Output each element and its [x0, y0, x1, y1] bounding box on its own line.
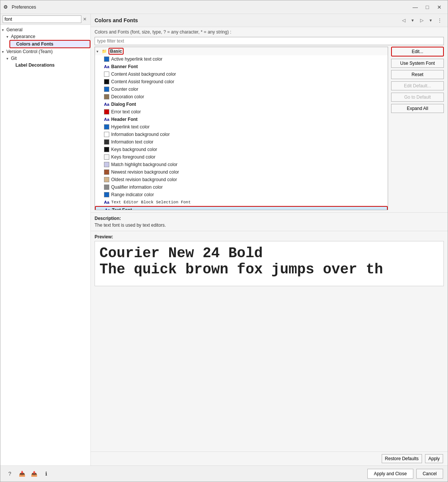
list-item[interactable]: Content Assist background color — [95, 70, 388, 78]
item-label: Range indicator color — [111, 192, 154, 197]
list-item[interactable]: Error text color — [95, 108, 388, 116]
restore-defaults-button[interactable]: Restore Defaults — [382, 454, 422, 463]
list-item[interactable]: Information text color — [95, 138, 388, 146]
action-buttons-panel: Edit... Use System Font Reset Edit Defau… — [391, 47, 444, 210]
sidebar-item-git[interactable]: ▾ Git — [5, 55, 90, 62]
color-swatch — [104, 109, 109, 114]
edit-default-button[interactable]: Edit Default... — [391, 81, 444, 90]
list-item[interactable]: Keys background color — [95, 146, 388, 153]
chevron-down-icon: ▾ — [6, 56, 11, 61]
back-button[interactable]: ◁ — [399, 16, 408, 24]
list-item[interactable]: Content Assist foreground color — [95, 78, 388, 85]
edit-button[interactable]: Edit... — [391, 47, 444, 56]
item-label: Oldest revision background color — [111, 177, 177, 182]
group-basic[interactable]: ▾ 📁 Basic — [95, 47, 388, 55]
forward-button[interactable]: ▷ — [417, 16, 426, 24]
close-button[interactable]: ✕ — [434, 3, 445, 11]
list-item-text-font[interactable]: Aa Text Font — [95, 206, 388, 210]
maximize-button[interactable]: □ — [422, 3, 433, 11]
sidebar-tree: ▾ General ▾ Appearance Colors and Fonts … — [0, 25, 90, 465]
minimize-button[interactable]: — — [410, 3, 420, 11]
basic-group-label: Basic — [109, 48, 124, 55]
apply-and-close-button[interactable]: Apply and Close — [367, 469, 413, 479]
color-swatch — [104, 192, 109, 197]
list-item[interactable]: Keys foreground color — [95, 153, 388, 161]
description-area: Description: The text font is used by te… — [91, 212, 448, 231]
list-item[interactable]: Oldest revision background color — [95, 176, 388, 183]
chevron-down-icon: ▾ — [96, 49, 101, 53]
list-item[interactable]: Counter color — [95, 85, 388, 93]
sidebar-item-colors-and-fonts[interactable]: Colors and Fonts — [9, 40, 90, 48]
cancel-button[interactable]: Cancel — [416, 469, 443, 479]
export-button[interactable]: 📤 — [29, 469, 39, 479]
list-item[interactable]: Active hyperlink text color — [95, 55, 388, 63]
expand-all-button[interactable]: Expand All — [391, 104, 444, 113]
reset-button[interactable]: Reset — [391, 70, 444, 79]
list-item[interactable]: Newest revision background color — [95, 168, 388, 176]
content-area: ✕ ▾ General ▾ Appearance Colors and Font… — [0, 14, 448, 465]
sidebar-search-row: ✕ — [0, 14, 90, 25]
apply-button[interactable]: Apply — [425, 454, 443, 463]
menu-button[interactable]: ⋮ — [436, 16, 444, 24]
bottom-left-icons: ? 📥 📤 ℹ — [5, 469, 51, 479]
list-item[interactable]: Qualifier information color — [95, 183, 388, 191]
help-icon-button[interactable]: ? — [5, 469, 15, 479]
font-icon: Aa — [105, 208, 110, 210]
main-body: ▾ 📁 Basic Active hyperlink text color Aa… — [91, 47, 448, 212]
folder-icon: 📁 — [102, 49, 107, 54]
color-swatch — [104, 124, 109, 130]
title-bar-controls: — □ ✕ — [410, 3, 445, 11]
preview-box: Courier New 24 Bold The quick brown fox … — [95, 241, 444, 286]
color-swatch — [104, 79, 109, 84]
list-item[interactable]: Aa Text Editor Block Selection Font — [95, 198, 388, 206]
sidebar-search-clear-button[interactable]: ✕ — [81, 16, 88, 23]
sidebar-item-appearance[interactable]: ▾ Appearance — [5, 33, 90, 40]
list-item[interactable]: Match highlight background color — [95, 161, 388, 168]
color-swatch — [104, 132, 109, 137]
color-swatch — [104, 147, 109, 152]
font-icon: Aa — [104, 102, 109, 107]
color-swatch — [104, 72, 109, 77]
forward-dropdown-button[interactable]: ▾ — [427, 16, 435, 24]
info-button[interactable]: ℹ — [41, 469, 51, 479]
color-swatch — [104, 177, 109, 182]
inner-button-row: Restore Defaults Apply — [91, 451, 448, 465]
color-swatch — [104, 154, 109, 160]
font-icon: Aa — [104, 117, 109, 122]
sidebar-search-input[interactable] — [3, 15, 81, 23]
color-swatch — [104, 185, 109, 190]
sidebar-item-version-control[interactable]: ▾ Version Control (Team) — [0, 48, 90, 55]
filter-input[interactable] — [95, 37, 444, 45]
item-label: Content Assist background color — [111, 72, 176, 77]
color-swatch — [104, 94, 109, 99]
sidebar-item-label-decorations[interactable]: Label Decorations — [9, 62, 90, 69]
list-item[interactable]: Range indicator color — [95, 191, 388, 198]
list-item[interactable]: Aa Dialog Font — [95, 101, 388, 108]
use-system-font-button[interactable]: Use System Font — [391, 59, 444, 68]
app-icon: ⚙ — [3, 4, 9, 10]
list-item[interactable]: Decoration color — [95, 93, 388, 101]
item-label: Keys foreground color — [111, 154, 155, 160]
item-label: Active hyperlink text color — [111, 56, 162, 62]
font-tree-panel[interactable]: ▾ 📁 Basic Active hyperlink text color Aa… — [95, 47, 388, 210]
item-label: Counter color — [111, 87, 138, 92]
go-to-default-button[interactable]: Go to Default — [391, 93, 444, 102]
main-header: Colors and Fonts ◁ ▾ ▷ ▾ ⋮ — [91, 14, 448, 27]
list-item[interactable]: Aa Header Font — [95, 116, 388, 123]
list-item[interactable]: Aa Banner Font — [95, 63, 388, 70]
sidebar-item-general[interactable]: ▾ General — [0, 26, 90, 33]
spacer — [91, 288, 448, 452]
header-navigation: ◁ ▾ ▷ ▾ ⋮ — [399, 16, 444, 24]
item-label: Qualifier information color — [111, 185, 163, 190]
filter-description: Colors and Fonts (font, size, type, ? = … — [91, 27, 448, 35]
item-label: Dialog Font — [111, 102, 136, 107]
preview-line1: Courier New 24 Bold — [99, 245, 439, 261]
color-swatch — [104, 87, 109, 92]
title-bar: ⚙ Preferences — □ ✕ — [0, 0, 448, 14]
back-dropdown-button[interactable]: ▾ — [408, 16, 417, 24]
list-item[interactable]: Hyperlink text color — [95, 123, 388, 131]
import-button[interactable]: 📥 — [17, 469, 27, 479]
list-item[interactable]: Information background color — [95, 131, 388, 138]
font-icon: Aa — [104, 200, 109, 204]
color-swatch — [104, 169, 109, 175]
